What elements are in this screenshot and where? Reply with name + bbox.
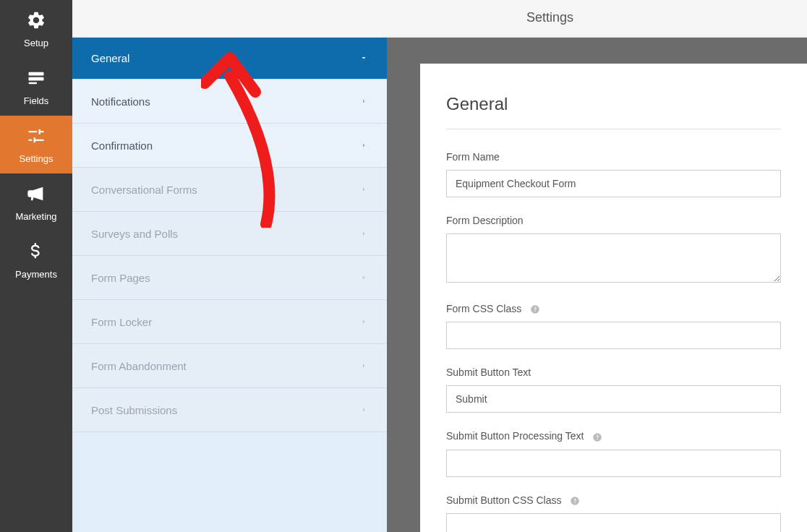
sidebar-item-label: Fields [24, 95, 49, 106]
submit-button-text-label: Submit Button Text [446, 366, 781, 378]
dollar-icon [26, 241, 46, 265]
sidebar-item-fields[interactable]: Fields [0, 58, 72, 116]
settings-menu-conversational-forms[interactable]: Conversational Forms [72, 168, 387, 212]
settings-menu-surveys-polls[interactable]: Surveys and Polls [72, 212, 387, 256]
sidebar-item-settings[interactable]: Settings [0, 116, 72, 173]
sidebar-item-label: Payments [15, 269, 57, 280]
sidebar-item-label: Settings [20, 153, 54, 164]
sidebar-item-setup[interactable]: Setup [0, 0, 72, 58]
chevron-right-icon [359, 228, 368, 240]
submit-button-text-input[interactable] [446, 385, 781, 413]
form-group-css-class: Form CSS Class [446, 303, 781, 349]
content-heading: General [446, 94, 781, 114]
chevron-right-icon [359, 316, 368, 328]
chevron-right-icon [359, 140, 368, 152]
chevron-down-icon [359, 52, 368, 64]
settings-menu-notifications[interactable]: Notifications [72, 80, 387, 124]
menu-item-label: Post Submissions [91, 404, 177, 416]
chevron-right-icon [359, 360, 368, 372]
form-css-class-input[interactable] [446, 322, 781, 349]
settings-menu-form-locker[interactable]: Form Locker [72, 300, 387, 344]
form-description-input[interactable] [446, 233, 781, 283]
divider [446, 129, 781, 129]
top-header: Settings [72, 0, 807, 38]
menu-item-label: Conversational Forms [91, 184, 197, 196]
settings-menu-form-pages[interactable]: Form Pages [72, 256, 387, 300]
settings-menu-form-abandonment[interactable]: Form Abandonment [72, 344, 387, 388]
menu-item-label: Form Pages [91, 272, 150, 284]
svg-rect-2 [29, 82, 38, 83]
page-title: Settings [72, 10, 807, 25]
form-group-submit-text: Submit Button Text [446, 366, 781, 413]
form-name-input[interactable] [446, 170, 781, 197]
menu-item-label: Confirmation [91, 140, 153, 152]
form-group-form-name: Form Name [446, 151, 781, 197]
settings-menu-confirmation[interactable]: Confirmation [72, 124, 387, 168]
menu-item-label: Form Abandonment [91, 360, 187, 372]
menu-item-label: Notifications [91, 95, 150, 108]
submit-css-input[interactable] [446, 513, 781, 532]
settings-menu-general[interactable]: General [72, 38, 387, 80]
settings-sidebar: General Notifications Confirmation Conve… [72, 38, 387, 532]
submit-processing-label: Submit Button Processing Text [446, 430, 781, 442]
sidebar-item-label: Setup [24, 38, 48, 48]
menu-item-label: Form Locker [91, 316, 152, 328]
sidebar-item-payments[interactable]: Payments [0, 231, 72, 289]
svg-rect-0 [29, 72, 44, 75]
chevron-right-icon [359, 272, 368, 284]
menu-item-label: General [91, 52, 129, 64]
form-group-submit-processing: Submit Button Processing Text [446, 430, 781, 476]
bullhorn-icon [26, 184, 46, 207]
gear-icon [26, 10, 46, 33]
menu-item-label: Surveys and Polls [91, 228, 178, 240]
icon-sidebar: Setup Fields Settings Marketing Payments [0, 0, 72, 532]
form-css-class-label: Form CSS Class [446, 303, 781, 314]
help-icon[interactable] [570, 496, 580, 506]
settings-menu-post-submissions[interactable]: Post Submissions [72, 388, 387, 432]
form-group-form-description: Form Description [446, 215, 781, 286]
form-name-label: Form Name [446, 151, 781, 163]
help-icon[interactable] [592, 432, 602, 442]
submit-css-label: Submit Button CSS Class [446, 494, 781, 506]
fields-icon [26, 68, 46, 91]
content-panel: General Form Name Form Description Form … [420, 64, 807, 532]
help-icon[interactable] [530, 304, 540, 314]
svg-rect-1 [29, 77, 44, 80]
chevron-right-icon [359, 95, 368, 108]
submit-processing-input[interactable] [446, 450, 781, 477]
sliders-icon [26, 126, 46, 149]
sidebar-item-label: Marketing [15, 211, 56, 222]
sidebar-item-marketing[interactable]: Marketing [0, 173, 72, 231]
form-group-submit-css: Submit Button CSS Class [446, 494, 781, 532]
chevron-right-icon [359, 184, 368, 196]
chevron-right-icon [359, 404, 368, 416]
form-description-label: Form Description [446, 215, 781, 226]
